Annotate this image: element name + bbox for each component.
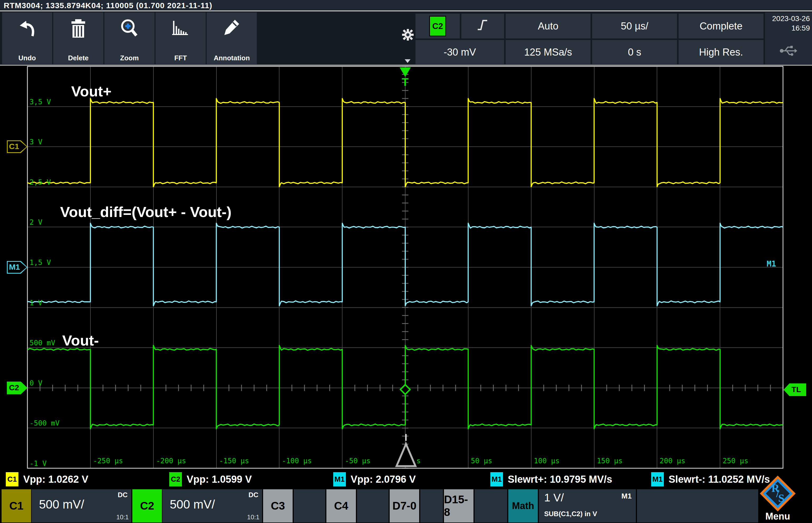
measurement-value: Vpp: 1.0262 V [23, 474, 88, 485]
c1-position-marker[interactable]: C1 [7, 140, 28, 153]
c1-coupling: DC [118, 491, 127, 499]
y-axis-label: -1 V [30, 459, 47, 467]
math-expression: SUB(C1,C2) in V [544, 510, 597, 518]
channel-tab-c3[interactable]: C3 [263, 489, 293, 522]
measurement-c2-vpp: C2 Vpp: 1.0599 V [169, 472, 252, 487]
measurement-value: Vpp: 2.0796 V [351, 474, 416, 485]
c2-scale: 500 mV/ [170, 497, 215, 511]
y-axis-label: 1 V [30, 299, 42, 307]
math-ref: M1 [621, 492, 632, 500]
m1-badge: M1 [333, 472, 346, 487]
trigger-level-marker[interactable]: TL [783, 383, 806, 396]
c2-settings-panel[interactable]: 500 mV/ DC 10:1 [162, 489, 262, 522]
rohde-schwarz-logo: R / S [761, 477, 794, 510]
x-axis-label: -150 µs [219, 457, 249, 465]
y-axis-label: 2,5 V [30, 178, 51, 186]
c1-probe: 10:1 [116, 513, 129, 521]
menu-button[interactable]: Menu [761, 511, 794, 522]
m1-badge: M1 [490, 472, 503, 487]
channel-tab-d15-8[interactable]: D15-8 [444, 489, 473, 522]
c2-coupling: DC [248, 491, 258, 499]
c1-badge: C1 [5, 472, 19, 487]
x-axis-label: -250 µs [93, 457, 123, 465]
y-axis-label: 0 V [30, 379, 42, 387]
measurement-value: Vpp: 1.0599 V [187, 474, 252, 485]
oscilloscope-screen: RTM3004; 1335.8794K04; 110005 (01.700 20… [0, 0, 812, 523]
m1-trace-label: M1 [767, 259, 776, 268]
y-axis-label: 500 mV [30, 339, 55, 347]
annotation-vout-plus: Vout+ [71, 83, 111, 100]
channel-tab-c1[interactable]: C1 [2, 489, 31, 522]
measurement-value: Slewrt+: 10.9795 MV/s [508, 474, 612, 485]
measurement-value: Slewrt-: 11.0252 MV/s [669, 474, 770, 485]
math-settings-panel[interactable]: 1 V/ M1 SUB(C1,C2) in V [539, 489, 636, 522]
empty-panel [637, 489, 758, 522]
d7-0-panel[interactable] [420, 489, 443, 522]
channel-tab-c2[interactable]: C2 [132, 489, 162, 522]
y-axis-label: 3,5 V [30, 98, 51, 106]
measurement-m1-slewrate-neg: M1 Slewrt-: 11.0252 MV/s [651, 472, 770, 487]
channel-tab-c4[interactable]: C4 [326, 489, 356, 522]
measurement-m1-slewrate-pos: M1 Slewrt+: 10.9795 MV/s [490, 472, 612, 487]
channel-tab-d7-0[interactable]: D7-0 [390, 489, 419, 522]
x-axis-label: 100 µs [534, 457, 560, 465]
trace-c1 [28, 98, 783, 187]
measurement-m1-vpp: M1 Vpp: 2.0796 V [333, 472, 416, 487]
c2-probe: 10:1 [247, 513, 259, 521]
annotation-vout-diff: Vout_diff=(Vout+ - Vout-) [60, 203, 231, 220]
x-axis-label: 50 µs [471, 457, 492, 465]
c3-settings-panel[interactable] [294, 489, 325, 522]
d15-8-panel[interactable] [474, 489, 507, 522]
trace-m1 [28, 223, 783, 306]
c1-scale: 500 mV/ [39, 497, 84, 511]
channel-tab-math[interactable]: Math [508, 489, 538, 522]
time-reference-marker[interactable] [394, 433, 418, 468]
c1-settings-panel[interactable]: 500 mV/ DC 10:1 [32, 489, 131, 522]
trigger-t-label: T [402, 76, 409, 89]
y-axis-label: 2 V [30, 218, 42, 226]
x-axis-label: -50 µs [345, 457, 371, 465]
trigger-position-marker[interactable] [400, 68, 411, 77]
measurement-c1-vpp: C1 Vpp: 1.0262 V [5, 472, 88, 487]
math-scale: 1 V/ [544, 491, 564, 504]
m1-position-marker[interactable]: M1 [7, 261, 28, 274]
y-axis-label: -500 mV [30, 419, 59, 427]
y-axis-label: 1,5 V [30, 258, 51, 267]
x-axis-label: -200 µs [156, 457, 186, 465]
x-axis-label: 250 µs [723, 457, 748, 465]
x-axis-label: -100 µs [282, 457, 312, 465]
x-axis-label: 200 µs [660, 457, 686, 465]
m1-badge: M1 [651, 472, 664, 487]
y-axis-label: 3 V [30, 138, 42, 146]
c4-settings-panel[interactable] [357, 489, 388, 522]
annotation-vout-minus: Vout- [62, 332, 99, 349]
x-axis-label: 150 µs [597, 457, 623, 465]
c2-badge: C2 [169, 472, 183, 487]
c2-position-marker[interactable]: C2 [7, 382, 28, 394]
